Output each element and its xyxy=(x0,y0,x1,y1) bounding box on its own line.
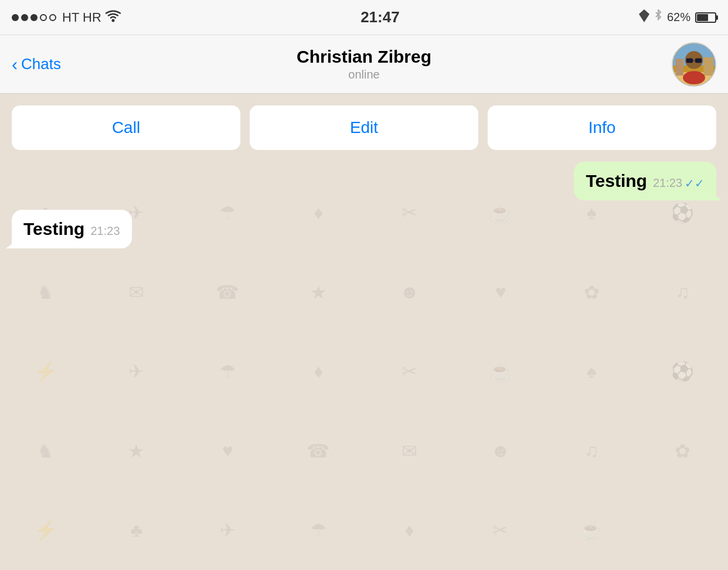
bg-icon: ♞ xyxy=(0,411,91,491)
bg-icon: ☻ xyxy=(364,252,455,332)
bg-icon: ⚡ xyxy=(0,332,91,412)
status-left: HT HR xyxy=(12,9,121,25)
signal-dots xyxy=(12,14,56,21)
bg-icon: ✂ xyxy=(455,491,546,571)
bg-icon: ⚡ xyxy=(0,491,91,571)
bg-icon: ⚽ xyxy=(637,332,728,412)
svg-rect-5 xyxy=(703,57,713,75)
bg-icon: ☂ xyxy=(182,332,273,412)
bg-icon: ☕ xyxy=(546,491,637,571)
outgoing-time: 21:23 xyxy=(653,176,682,190)
chat-contact-name: Christian Zibreg xyxy=(297,47,431,67)
wifi-icon xyxy=(105,9,121,25)
message-row-outgoing: Testing 21:23 ✓✓ xyxy=(12,162,716,200)
bg-icon: ♣ xyxy=(91,491,182,571)
bg-icon: ♫ xyxy=(546,411,637,491)
contact-avatar[interactable] xyxy=(672,42,716,87)
bg-icon: ✉ xyxy=(364,411,455,491)
bg-icon: ★ xyxy=(273,252,364,332)
outgoing-bubble[interactable]: Testing 21:23 ✓✓ xyxy=(574,162,716,200)
status-bar: HT HR 21:47 62% xyxy=(0,0,728,35)
bg-icon: ☕ xyxy=(455,332,546,412)
incoming-bubble[interactable]: Testing 21:23 xyxy=(12,210,132,248)
bg-icon: ♠ xyxy=(546,332,637,412)
messages-area: Testing 21:23 ✓✓ Testing 21:23 xyxy=(0,156,728,254)
svg-rect-8 xyxy=(695,58,702,63)
battery-fill xyxy=(697,14,708,21)
bg-icon: ✈ xyxy=(91,332,182,412)
read-ticks-icon: ✓✓ xyxy=(685,176,705,190)
dot-4 xyxy=(40,14,47,21)
status-right: 62% xyxy=(639,9,716,25)
edit-button[interactable]: Edit xyxy=(250,105,478,150)
bg-icon: ☎ xyxy=(273,411,364,491)
message-row-incoming: Testing 21:23 xyxy=(12,210,716,248)
info-button[interactable]: Info xyxy=(488,105,716,150)
nav-bar: ‹ Chats Christian Zibreg online xyxy=(0,35,728,94)
bg-icon: ☂ xyxy=(273,491,364,571)
dot-5 xyxy=(49,14,56,21)
svg-point-10 xyxy=(683,71,705,84)
svg-point-0 xyxy=(111,19,114,22)
bg-icon: ✿ xyxy=(637,411,728,491)
battery-percent: 62% xyxy=(667,11,690,24)
back-chevron-icon: ‹ xyxy=(12,54,18,74)
bluetooth-icon xyxy=(654,9,662,25)
battery-icon xyxy=(695,12,716,23)
bg-icon: ♦ xyxy=(273,332,364,412)
nav-center: Christian Zibreg online xyxy=(297,47,431,81)
back-label: Chats xyxy=(21,55,61,73)
dot-3 xyxy=(30,14,38,21)
bg-icon: ✉ xyxy=(91,252,182,332)
bg-icon: ✈ xyxy=(182,491,273,571)
carrier-label: HT HR xyxy=(62,10,101,25)
svg-rect-7 xyxy=(686,58,693,63)
outgoing-text: Testing xyxy=(586,171,647,191)
bg-icon: ♫ xyxy=(637,252,728,332)
bg-icon: ♥ xyxy=(455,252,546,332)
action-buttons-row: Call Edit Info xyxy=(0,94,728,156)
chat-container: ☎ ★ ♥ ✉ ☻ ♫ ✿ ⚡ ♣ ✈ ☂ ♦ ✂ ☕ ♠ ⚽ ♞ ✉ ☎ ★ … xyxy=(0,94,728,570)
location-icon xyxy=(639,9,649,25)
dot-1 xyxy=(12,14,19,21)
bg-icon: ★ xyxy=(91,411,182,491)
dot-2 xyxy=(21,14,28,21)
incoming-time: 21:23 xyxy=(90,224,120,238)
bg-icon: ☻ xyxy=(455,411,546,491)
outgoing-meta: 21:23 ✓✓ xyxy=(653,176,705,190)
status-time: 21:47 xyxy=(360,8,400,26)
call-button[interactable]: Call xyxy=(12,105,240,150)
incoming-text: Testing xyxy=(23,219,84,239)
bg-icon: ☎ xyxy=(182,252,273,332)
back-button[interactable]: ‹ Chats xyxy=(12,54,61,74)
bg-icon: ✂ xyxy=(364,332,455,412)
incoming-meta: 21:23 xyxy=(90,224,120,238)
bg-icon: ♥ xyxy=(182,411,273,491)
chat-status: online xyxy=(297,68,431,81)
svg-rect-4 xyxy=(676,59,683,75)
bg-icon: ✿ xyxy=(546,252,637,332)
bg-icon: ♦ xyxy=(364,491,455,571)
bg-icon: ♞ xyxy=(0,252,91,332)
